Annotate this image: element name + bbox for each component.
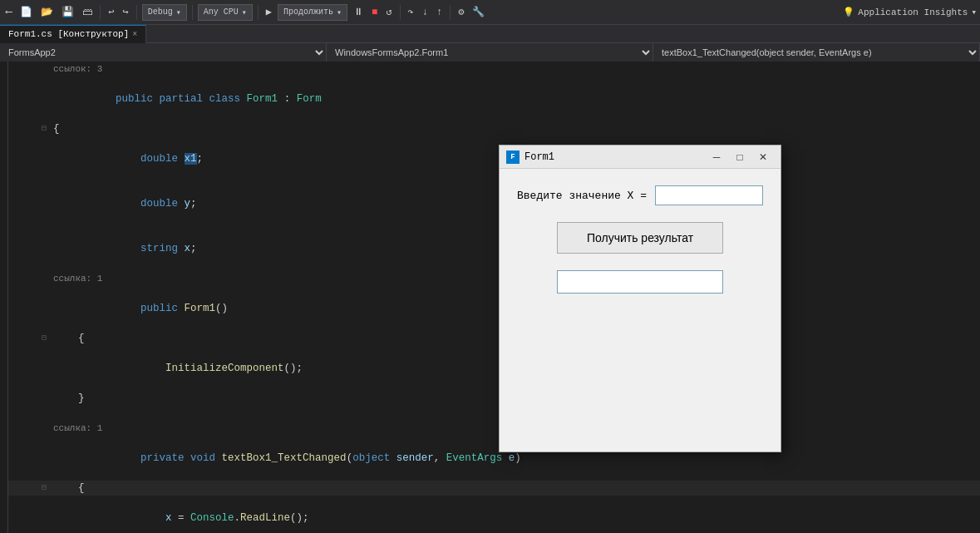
open-icon[interactable]: 📂	[38, 4, 56, 20]
form1-title-text: Form1	[524, 151, 701, 163]
code-line-init: InitializeComponent();	[8, 346, 980, 391]
line-readline: x = Console.ReadLine();	[53, 496, 980, 533]
continue-label: Продолжить	[283, 7, 333, 17]
code-line-ref3: ссылок: 3	[8, 62, 980, 76]
sep2	[136, 5, 137, 20]
tab-form1[interactable]: Form1.cs [Конструктор] ×	[0, 25, 146, 43]
pause-icon[interactable]: ⏸	[351, 4, 366, 20]
tabbar: Form1.cs [Конструктор] ×	[0, 25, 980, 43]
cpu-chevron: ▾	[242, 7, 247, 17]
continue-chevron: ▾	[337, 7, 342, 17]
editor-gutter	[0, 62, 8, 533]
sep4	[258, 5, 259, 20]
code-line-open1: ⊟ {	[8, 121, 980, 136]
code-line-textchanged: private void textBox1_TextChanged(object…	[8, 436, 980, 481]
sep3	[192, 5, 193, 20]
code-line-strx: string x;	[8, 226, 980, 271]
code-lines: ссылок: 3 public partial class Form1 : F…	[8, 62, 980, 533]
namespace-dropdown[interactable]: FormsApp2	[0, 43, 327, 62]
redo-icon[interactable]: ↪	[120, 4, 131, 20]
restart-icon[interactable]: ↺	[383, 4, 394, 20]
save-all-icon[interactable]: 🗃	[80, 4, 95, 20]
cpu-dropdown[interactable]: Any CPU ▾	[198, 4, 253, 21]
play-icon[interactable]: ▶	[263, 4, 274, 20]
form1-maximize-button[interactable]: □	[729, 149, 751, 165]
code-line-blank1	[8, 406, 980, 421]
tab-close-icon[interactable]: ×	[132, 30, 137, 39]
form1-minimize-button[interactable]: ─	[706, 149, 727, 165]
step-into-icon[interactable]: ↓	[420, 5, 431, 20]
form1-x-input[interactable]	[655, 185, 763, 205]
undo-icon[interactable]: ↩	[106, 4, 116, 20]
save-icon[interactable]: 💾	[59, 4, 76, 20]
code-line-ctor: public Form1()	[8, 286, 980, 331]
app-insights-chevron: ▾	[971, 7, 977, 17]
form1-get-result-button[interactable]: Получить результат	[557, 222, 723, 254]
code-line-ctor-open: ⊟ {	[8, 331, 980, 346]
sep6	[450, 5, 451, 20]
form1-window: F Form1 ─ □ ✕ Введите значение X = Получ…	[499, 145, 781, 452]
misc-icon2[interactable]: 🔧	[470, 4, 487, 20]
code-line-x1: double x1;	[8, 136, 980, 181]
continue-dropdown[interactable]: Продолжить ▾	[278, 4, 347, 21]
code-line-y: double y;	[8, 181, 980, 226]
app-insights-label: Application Insights	[858, 7, 968, 17]
form1-output-field	[557, 270, 723, 294]
back-icon[interactable]: ⟵	[3, 4, 14, 20]
code-line-tc-open: ⊟ {	[8, 481, 980, 496]
sep5	[400, 5, 401, 20]
form1-close-button[interactable]: ✕	[752, 149, 774, 165]
form1-titlebar: F Form1 ─ □ ✕	[500, 146, 781, 169]
app-insights-icon: 💡	[843, 7, 854, 17]
editor-area: ссылок: 3 public partial class Form1 : F…	[0, 62, 980, 533]
debug-label: Debug	[148, 7, 173, 17]
form1-button-row: Получить результат	[516, 222, 764, 254]
sep1	[100, 5, 101, 20]
form1-title-icon: F	[506, 151, 520, 164]
debug-chevron: ▾	[176, 7, 181, 17]
method-dropdown[interactable]: textBox1_TextChanged(object sender, Even…	[653, 43, 980, 62]
cpu-label: Any CPU	[204, 7, 239, 17]
tab-form1-label: Form1.cs [Конструктор]	[8, 29, 129, 39]
line-tc-open: {	[53, 481, 980, 496]
form1-input-row: Введите значение X =	[516, 185, 764, 205]
ref-link-3: ссылок: 3	[53, 62, 980, 76]
code-line-ref1a: ссылка: 1	[8, 271, 980, 286]
class-decl-line: public partial class Form1 : Form	[53, 76, 980, 121]
new-icon[interactable]: 📄	[17, 4, 35, 20]
droprow: FormsApp2 WindowsFormsApp2.Form1 textBox…	[0, 43, 980, 62]
code-line-ref1b: ссылка: 1	[8, 421, 980, 436]
code-line-class: public partial class Form1 : Form	[8, 76, 980, 121]
form1-output-row	[516, 270, 764, 294]
code-panel: ссылок: 3 public partial class Form1 : F…	[8, 62, 980, 533]
line-open-brace1: {	[53, 121, 980, 136]
misc-icon1[interactable]: ⚙	[456, 4, 466, 20]
toolbar: ⟵ 📄 📂 💾 🗃 ↩ ↪ Debug ▾ Any CPU ▾ ▶ Продол…	[0, 0, 980, 25]
class-dropdown[interactable]: WindowsFormsApp2.Form1	[327, 43, 653, 62]
form1-controls: ─ □ ✕	[706, 149, 774, 165]
code-line-ctor-close: }	[8, 391, 980, 406]
step-over-icon[interactable]: ↷	[406, 4, 416, 20]
stop-icon[interactable]: ■	[369, 5, 380, 20]
step-out-icon[interactable]: ↑	[434, 5, 445, 20]
form1-body: Введите значение X = Получить результат	[500, 169, 781, 452]
form1-x-label: Введите значение X =	[517, 190, 647, 202]
code-line-readline: x = Console.ReadLine();	[8, 496, 980, 533]
app-insights[interactable]: 💡 Application Insights ▾	[843, 7, 977, 17]
debug-dropdown[interactable]: Debug ▾	[142, 4, 187, 21]
